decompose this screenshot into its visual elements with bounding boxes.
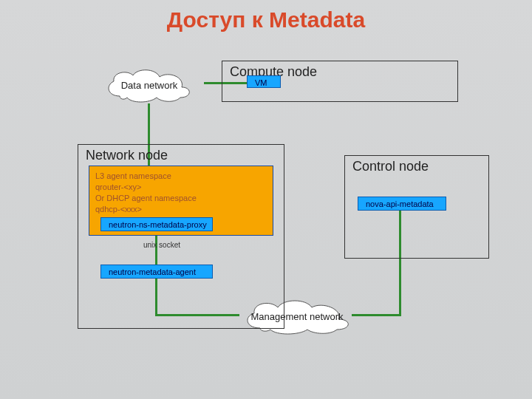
unix-socket-label: unix socket	[143, 241, 180, 249]
cloud-data-label: Data network	[98, 80, 201, 91]
cloud-data-network: Data network	[98, 64, 201, 106]
network-node-title: Network node	[86, 148, 168, 163]
control-node-title: Control node	[352, 159, 429, 174]
neutron-metadata-agent-chip: neutron-metadata-agent	[100, 265, 213, 279]
slide: Доступ к Metadata Data network Managemen…	[0, 0, 532, 399]
l3-agent-text: L3 agent namespace qrouter-<xy> Or DHCP …	[95, 171, 267, 214]
vm-chip: VM	[247, 75, 281, 88]
nova-api-metadata-chip: nova-api-metadata	[358, 197, 446, 211]
page-title: Доступ к Metadata	[0, 7, 532, 33]
neutron-ns-metadata-proxy-chip: neutron-ns-metadata-proxy	[100, 217, 213, 231]
